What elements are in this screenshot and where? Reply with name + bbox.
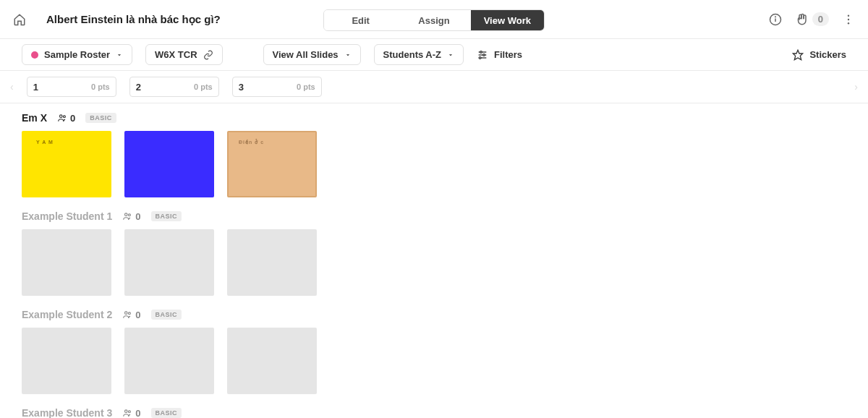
svg-point-20 bbox=[129, 411, 131, 413]
link-icon bbox=[203, 50, 213, 60]
hand-count: 0 bbox=[812, 12, 829, 26]
slide-text: Điền ở c bbox=[239, 140, 264, 145]
slide-thumbnail[interactable] bbox=[124, 328, 214, 394]
content-area: Em X0BASICY A MĐiền ở cExample Student 1… bbox=[0, 103, 868, 418]
tab-view-work[interactable]: View Work bbox=[471, 10, 544, 30]
view-slides-label: View All Slides bbox=[273, 49, 339, 60]
svg-point-5 bbox=[848, 22, 849, 24]
topbar-right: 0 bbox=[769, 12, 855, 26]
tab-edit[interactable]: Edit bbox=[324, 10, 397, 30]
slides-row: Y A MĐiền ở c bbox=[22, 131, 846, 197]
slides-row bbox=[22, 328, 846, 394]
svg-point-11 bbox=[479, 56, 481, 59]
student-header: Example Student 10BASIC bbox=[22, 210, 846, 222]
slide-thumbnail[interactable] bbox=[227, 328, 317, 394]
topbar: Albert Einstein là nhà bác học gì? Edit … bbox=[0, 0, 868, 39]
slide-number: 1 bbox=[33, 82, 38, 93]
slide-thumbnail[interactable]: Điền ở c bbox=[227, 131, 317, 197]
points-label: 0 pts bbox=[194, 82, 213, 91]
plan-badge: BASIC bbox=[151, 211, 182, 221]
points-box[interactable]: 30 pts bbox=[232, 77, 322, 97]
chevron-down-icon bbox=[447, 51, 454, 59]
people-icon bbox=[122, 211, 132, 221]
svg-point-18 bbox=[129, 312, 131, 315]
stickers-button[interactable]: Stickers bbox=[792, 49, 846, 61]
plan-badge: BASIC bbox=[151, 408, 182, 418]
people-icon bbox=[57, 113, 67, 123]
view-slides-dropdown[interactable]: View All Slides bbox=[263, 44, 361, 65]
svg-point-14 bbox=[63, 116, 65, 118]
chevron-down-icon bbox=[116, 51, 123, 59]
star-icon bbox=[792, 49, 804, 61]
info-icon[interactable] bbox=[769, 13, 782, 26]
slide-text: Y A M bbox=[36, 140, 54, 145]
svg-point-13 bbox=[60, 115, 63, 118]
points-container: 10 pts20 pts30 pts bbox=[27, 77, 322, 97]
more-icon[interactable] bbox=[842, 13, 855, 26]
slide-thumbnail[interactable] bbox=[124, 131, 214, 197]
student-block: Em X0BASICY A MĐiền ở c bbox=[22, 112, 846, 197]
students-sort-dropdown[interactable]: Students A-Z bbox=[374, 44, 464, 65]
student-block: Example Student 30BASIC bbox=[22, 407, 846, 418]
roster-dropdown[interactable]: Sample Roster bbox=[22, 44, 132, 65]
svg-point-7 bbox=[480, 51, 482, 53]
student-count: 0 bbox=[122, 408, 140, 419]
students-sort-label: Students A-Z bbox=[383, 49, 441, 60]
student-header: Example Student 30BASIC bbox=[22, 407, 846, 418]
slide-thumbnail[interactable] bbox=[22, 229, 111, 296]
student-name[interactable]: Example Student 1 bbox=[22, 210, 112, 222]
student-header: Em X0BASIC bbox=[22, 112, 846, 124]
page-title: Albert Einstein là nhà bác học gì? bbox=[46, 13, 221, 26]
filters-button[interactable]: Filters bbox=[477, 49, 522, 61]
tab-group: Edit Assign View Work bbox=[323, 9, 545, 31]
people-icon bbox=[122, 310, 132, 320]
student-block: Example Student 10BASIC bbox=[22, 210, 846, 296]
points-box[interactable]: 10 pts bbox=[27, 77, 116, 97]
student-header: Example Student 20BASIC bbox=[22, 309, 846, 320]
points-label: 0 pts bbox=[91, 82, 110, 91]
roster-dot-icon bbox=[31, 51, 38, 59]
home-icon[interactable] bbox=[13, 13, 26, 26]
svg-point-15 bbox=[125, 213, 128, 216]
svg-point-2 bbox=[775, 16, 775, 17]
tab-assign[interactable]: Assign bbox=[397, 10, 470, 30]
student-count: 0 bbox=[122, 211, 140, 222]
filters-label: Filters bbox=[494, 49, 522, 60]
prev-arrow-icon[interactable]: ‹ bbox=[10, 81, 14, 93]
hand-icon bbox=[795, 13, 808, 26]
points-box[interactable]: 20 pts bbox=[129, 77, 219, 97]
student-name[interactable]: Em X bbox=[22, 112, 47, 124]
slides-row bbox=[22, 229, 846, 296]
plan-badge: BASIC bbox=[85, 113, 116, 123]
svg-point-17 bbox=[125, 312, 128, 315]
next-arrow-icon[interactable]: › bbox=[854, 81, 858, 93]
student-block: Example Student 20BASIC bbox=[22, 309, 846, 394]
svg-point-9 bbox=[483, 54, 485, 56]
people-icon bbox=[122, 408, 132, 418]
points-label: 0 pts bbox=[297, 82, 315, 91]
student-name[interactable]: Example Student 2 bbox=[22, 309, 112, 320]
class-code-label: W6X TCR bbox=[155, 49, 197, 60]
slide-thumbnail[interactable]: Y A M bbox=[22, 131, 111, 197]
points-row: ‹ 10 pts20 pts30 pts › bbox=[0, 71, 868, 103]
svg-point-16 bbox=[129, 214, 131, 216]
slide-thumbnail[interactable] bbox=[124, 229, 214, 296]
student-count: 0 bbox=[57, 113, 75, 124]
svg-point-4 bbox=[848, 18, 849, 20]
slide-thumbnail[interactable] bbox=[227, 229, 317, 296]
toolbar: Sample Roster W6X TCR View All Slides St… bbox=[0, 39, 868, 71]
stickers-label: Stickers bbox=[809, 49, 846, 60]
slide-number: 3 bbox=[239, 82, 244, 93]
sliders-icon bbox=[477, 49, 488, 61]
roster-label: Sample Roster bbox=[44, 49, 110, 60]
plan-badge: BASIC bbox=[151, 310, 182, 320]
slide-thumbnail[interactable] bbox=[22, 328, 111, 394]
chevron-down-icon bbox=[344, 51, 352, 59]
svg-point-3 bbox=[848, 14, 849, 16]
svg-marker-12 bbox=[793, 50, 803, 59]
class-code[interactable]: W6X TCR bbox=[145, 44, 223, 65]
student-name[interactable]: Example Student 3 bbox=[22, 407, 112, 418]
hand-counter[interactable]: 0 bbox=[795, 12, 829, 26]
svg-point-19 bbox=[125, 410, 128, 413]
student-count: 0 bbox=[122, 310, 140, 320]
